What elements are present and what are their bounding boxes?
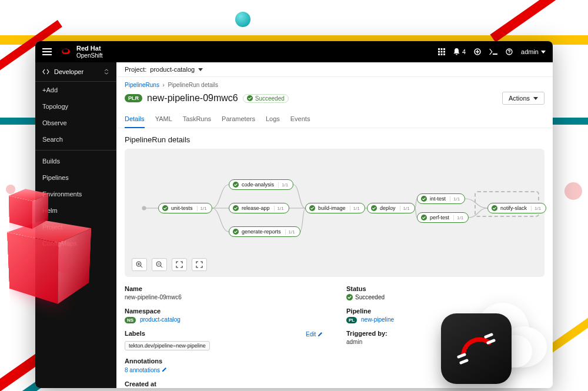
pipeline-task-generate-reports[interactable]: generate-reports1/1	[229, 226, 300, 237]
svg-rect-11	[438, 54, 440, 55]
zoom-controls	[132, 258, 537, 271]
sidebar-item-add[interactable]: +Add	[35, 82, 116, 98]
sidebar-item-builds[interactable]: Builds	[35, 153, 116, 169]
check-circle-icon	[247, 95, 253, 101]
project-value: product-catalog	[150, 66, 195, 73]
add-button[interactable]	[474, 48, 481, 55]
brand-line2: OpenShift	[76, 52, 102, 59]
annotations-link[interactable]: 8 annotations	[125, 367, 167, 373]
decor-dot	[564, 182, 582, 200]
svg-rect-7	[443, 48, 445, 50]
svg-rect-5	[438, 48, 440, 50]
menu-toggle-button[interactable]	[42, 48, 52, 55]
pipeline-task-build-image[interactable]: build-image1/1	[305, 203, 365, 213]
tab-events[interactable]: Events	[290, 111, 310, 128]
user-label: admin	[521, 48, 539, 55]
decor-cube-small	[15, 194, 43, 222]
code-icon	[42, 69, 49, 75]
chevron-down-icon	[541, 51, 546, 54]
namespace-badge: NS	[125, 317, 136, 323]
breadcrumb-current: PipelineRun details	[168, 82, 218, 88]
pipeline-link[interactable]: new-pipeline	[361, 316, 394, 323]
labels-edit-link[interactable]: Edit	[306, 331, 323, 337]
openshift-app-icon	[441, 313, 512, 384]
notifications-button[interactable]: 4	[453, 48, 466, 55]
pencil-icon	[162, 367, 167, 372]
breadcrumb-root[interactable]: PipelineRuns	[125, 82, 159, 88]
svg-line-37	[161, 266, 162, 268]
svg-line-3	[461, 360, 467, 363]
zoom-fit-button[interactable]	[172, 258, 187, 271]
fit-icon	[176, 261, 183, 268]
pipeline-task-code-analysis[interactable]: code-analysis1/1	[229, 179, 293, 190]
perspective-label: Developer	[54, 68, 83, 75]
sidebar-item-search[interactable]: Search	[35, 131, 116, 148]
decor-dot	[235, 12, 250, 27]
svg-point-4	[62, 49, 68, 53]
chevron-updown-icon	[103, 69, 109, 75]
sidebar-item-observe[interactable]: Observe	[35, 115, 116, 131]
sidebar-item-topology[interactable]: Topology	[35, 98, 116, 115]
detail-status: Status Succeeded	[346, 285, 544, 300]
zoom-out-button[interactable]	[152, 258, 167, 271]
project-selector[interactable]: Project: product-catalog	[116, 62, 553, 77]
tab-logs[interactable]: Logs	[266, 111, 280, 128]
tab-yaml[interactable]: YAML	[155, 111, 172, 128]
detail-name: Name new-pipeline-09mwc6	[125, 285, 323, 300]
tab-details[interactable]: Details	[125, 111, 145, 128]
namespace-link[interactable]: product-catalog	[140, 316, 181, 323]
zoom-reset-button[interactable]	[192, 258, 207, 271]
pipeline-task-unit-tests[interactable]: unit-tests1/1	[158, 203, 212, 213]
terminal-button[interactable]	[489, 49, 497, 55]
svg-rect-6	[440, 48, 442, 50]
page-title: new-pipeline-09mwc6	[147, 93, 238, 103]
decor-cube-large	[21, 229, 79, 288]
pipeline-task-notify-slack[interactable]: notify-slack1/1	[487, 203, 546, 213]
chevron-down-icon	[533, 97, 538, 100]
pipeline-task-deploy[interactable]: deploy1/1	[367, 203, 415, 213]
pipeline-task-perf-test[interactable]: perf-test1/1	[417, 212, 469, 223]
decor-dot	[6, 185, 15, 194]
svg-rect-12	[440, 54, 442, 55]
svg-point-19	[509, 53, 509, 54]
redhat-logo-icon	[60, 47, 72, 56]
svg-line-33	[141, 266, 142, 268]
actions-dropdown[interactable]: Actions	[502, 92, 544, 105]
expand-icon	[196, 261, 203, 268]
label-chip[interactable]: tekton.dev/pipeline=new-pipeline	[125, 341, 210, 350]
tab-taskruns[interactable]: TaskRuns	[183, 111, 211, 128]
sidebar-item-pipelines[interactable]: Pipelines	[35, 169, 116, 186]
perspective-switcher[interactable]: Developer	[35, 62, 116, 82]
pencil-icon	[318, 332, 323, 337]
brand: Red Hat OpenShift	[60, 45, 102, 58]
user-menu-button[interactable]: admin	[521, 48, 546, 55]
zoom-in-button[interactable]	[132, 258, 147, 271]
detail-created: Created at May 16, 2023, 3:01 PM	[125, 380, 323, 388]
svg-line-2	[459, 355, 465, 357]
zoom-in-icon	[136, 261, 143, 268]
detail-annotations: Annotations 8 annotations	[125, 357, 323, 373]
breadcrumb: PipelineRuns › PipelineRun details	[116, 77, 553, 88]
svg-rect-9	[440, 51, 442, 53]
svg-rect-17	[493, 54, 497, 55]
pipeline-canvas[interactable]: unit-tests1/1code-analysis1/1release-app…	[125, 149, 544, 277]
svg-point-22	[142, 206, 146, 210]
svg-rect-10	[443, 51, 445, 53]
project-label: Project:	[125, 66, 146, 73]
detail-namespace: Namespace NS product-catalog	[125, 308, 323, 323]
pipeline-task-int-test[interactable]: int-test1/1	[417, 193, 465, 204]
status-badge: Succeeded	[243, 94, 289, 103]
topbar: Red Hat OpenShift 4 admin	[35, 41, 553, 62]
pipeline-task-release-app[interactable]: release-app1/1	[229, 203, 289, 213]
title-row: PLR new-pipeline-09mwc6 Succeeded Action…	[116, 88, 553, 111]
check-circle-icon	[346, 294, 353, 300]
apps-grid-button[interactable]	[438, 48, 445, 55]
chevron-down-icon	[198, 68, 203, 71]
svg-rect-8	[438, 51, 440, 53]
help-button[interactable]	[506, 48, 513, 55]
notifications-count: 4	[462, 48, 466, 55]
pipeline-badge: PL	[346, 317, 357, 323]
tab-parameters[interactable]: Parameters	[222, 111, 255, 128]
brand-line1: Red Hat	[76, 45, 102, 52]
tabs: Details YAML TaskRuns Parameters Logs Ev…	[116, 111, 553, 128]
